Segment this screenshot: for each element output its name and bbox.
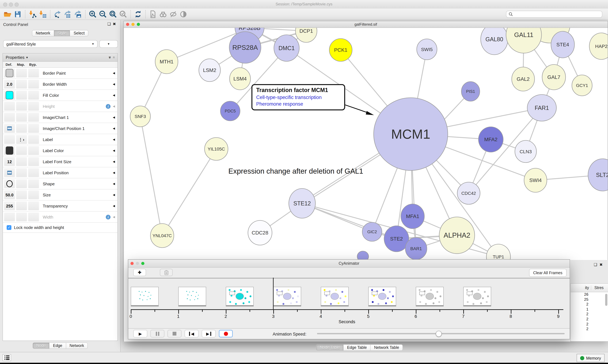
property-cell[interactable] <box>28 135 39 144</box>
search-input[interactable] <box>513 12 600 17</box>
style-options-button[interactable]: ▼ <box>99 40 118 48</box>
open-session-icon[interactable] <box>2 9 13 19</box>
network-node-mcm1[interactable]: MCM1 <box>374 98 448 170</box>
property-cell[interactable] <box>16 102 27 111</box>
network-node-alpha2[interactable]: ALPHA2 <box>439 217 475 254</box>
animation-speed-slider[interactable] <box>317 333 565 334</box>
property-cell[interactable] <box>4 69 15 78</box>
property-cell[interactable] <box>28 201 39 210</box>
property-cell[interactable] <box>16 157 27 166</box>
property-cell[interactable] <box>16 124 27 133</box>
lock-size-checkbox[interactable] <box>7 225 11 230</box>
skip-to-start-button[interactable]: ▶ <box>185 330 199 338</box>
network-node-gal11[interactable]: GAL11 <box>506 28 541 53</box>
zoom-in-icon[interactable] <box>88 9 98 19</box>
property-row-fill-color[interactable]: Fill Color <box>3 90 117 101</box>
import-table-icon[interactable] <box>38 9 48 19</box>
property-cell[interactable] <box>16 179 27 188</box>
property-row-height[interactable]: Height <box>3 101 117 112</box>
property-cell[interactable] <box>28 124 39 133</box>
property-cell[interactable] <box>28 146 39 155</box>
collapse-all-icon[interactable]: » <box>111 56 116 59</box>
tab-node[interactable]: Node <box>32 342 50 349</box>
close-panel-icon[interactable]: ✖ <box>113 22 118 26</box>
network-node-pis1[interactable]: PIS1 <box>461 82 480 101</box>
property-row-label-color[interactable]: Label Color <box>3 145 117 156</box>
zoom-selected-icon[interactable] <box>118 9 128 19</box>
table-column-header[interactable]: Stres <box>591 286 608 290</box>
expand-row-icon[interactable] <box>113 83 115 86</box>
property-cell[interactable] <box>28 91 39 100</box>
keyframe-thumbnail-3[interactable] <box>273 287 301 306</box>
property-cell[interactable] <box>16 113 27 122</box>
property-cell[interactable] <box>4 212 15 221</box>
delete-frame-button[interactable] <box>160 269 173 276</box>
property-cell[interactable]: ⋮› <box>16 135 27 144</box>
property-cell[interactable] <box>28 80 39 89</box>
expand-row-icon[interactable] <box>113 171 115 174</box>
keyframe-thumbnail-6[interactable] <box>416 287 444 306</box>
import-network-icon[interactable] <box>28 9 38 19</box>
network-node-pdc5[interactable]: PDC5 <box>221 101 240 121</box>
expand-row-icon[interactable] <box>113 149 115 152</box>
property-cell[interactable] <box>28 190 39 199</box>
keyframe-thumbnail-0[interactable] <box>131 287 159 306</box>
property-cell[interactable]: 255 <box>4 201 15 210</box>
property-cell[interactable] <box>4 102 15 111</box>
property-cell[interactable] <box>28 102 39 111</box>
pause-button[interactable] <box>151 330 164 338</box>
network-node-yil105c[interactable]: YIL105C <box>205 138 228 160</box>
export-network-icon[interactable] <box>53 9 63 19</box>
network-node-mfa2[interactable]: MFA2 <box>479 127 503 152</box>
record-button[interactable] <box>219 330 233 338</box>
network-node-snf3[interactable]: SNF3 <box>130 106 151 127</box>
close-panel-icon[interactable]: ✖ <box>599 262 605 267</box>
tab-node-table[interactable]: Node Table <box>316 344 344 351</box>
network-node-swi4[interactable]: SWI4 <box>524 168 547 192</box>
cyanimator-titlebar[interactable]: CyAnimator <box>128 260 570 268</box>
table-column-header[interactable]: ity <box>571 286 591 290</box>
info-icon[interactable] <box>106 215 111 219</box>
network-node-gic2[interactable]: GIC2 <box>362 222 382 241</box>
export-image-icon[interactable] <box>73 9 83 19</box>
property-cell[interactable] <box>4 146 15 155</box>
network-file-icon[interactable] <box>148 9 158 19</box>
tab-network[interactable]: Network <box>66 342 88 349</box>
network-node-gal80[interactable]: GAL80 <box>481 28 508 55</box>
annotation-link[interactable]: Pheromone response <box>256 101 341 107</box>
network-node-slt2[interactable]: SLT2 <box>588 159 608 191</box>
refresh-icon[interactable] <box>133 9 143 19</box>
property-cell[interactable]: 2.0 <box>4 80 15 89</box>
tab-network-table[interactable]: Network Table <box>371 344 403 351</box>
style-selector[interactable]: galFiltered Style ▼ <box>3 40 97 48</box>
property-row-image-chart-1[interactable]: Image/Chart 1 <box>3 112 117 123</box>
network-node-ynl047c[interactable]: YNL047C <box>151 224 174 248</box>
network-node-lsm4[interactable]: LSM4 <box>230 68 250 90</box>
network-node-dcp1[interactable]: DCP1 <box>295 28 317 42</box>
expand-row-icon[interactable] <box>113 105 115 108</box>
info-icon[interactable] <box>106 104 111 109</box>
network-node-hap2[interactable]: HAP2 <box>589 33 608 59</box>
network-node-bar1[interactable]: BAR1 <box>405 237 427 260</box>
zoom-out-icon[interactable] <box>98 9 108 19</box>
network-node-rps28a[interactable]: RPS28A <box>229 32 261 63</box>
property-row-shape[interactable]: Shape <box>3 178 117 189</box>
property-row-image-chart-position-1[interactable]: Image/Chart Position 1 <box>3 123 117 134</box>
tab-edge-table[interactable]: Edge Table <box>344 344 371 351</box>
network-node-cln3[interactable]: CLN3 <box>515 140 537 163</box>
network-node-far1[interactable]: FAR1 <box>527 95 556 121</box>
keyframe-thumbnail-7[interactable] <box>463 287 491 306</box>
property-cell[interactable] <box>4 113 15 122</box>
save-session-icon[interactable] <box>13 9 23 19</box>
keyframe-thumbnail-5[interactable] <box>368 287 396 306</box>
property-row-label[interactable]: ⋮›Label <box>3 134 117 145</box>
clear-all-frames-button[interactable]: Clear All Frames <box>529 269 567 277</box>
timeline-playhead[interactable] <box>273 278 274 310</box>
property-cell[interactable] <box>16 201 27 210</box>
property-cell[interactable] <box>16 146 27 155</box>
skip-to-end-button[interactable]: ▶ <box>202 330 216 338</box>
tab-edge[interactable]: Edge <box>50 342 66 349</box>
property-cell[interactable] <box>16 80 27 89</box>
expand-row-icon[interactable] <box>113 116 115 119</box>
tab-network[interactable]: Network <box>32 30 54 36</box>
